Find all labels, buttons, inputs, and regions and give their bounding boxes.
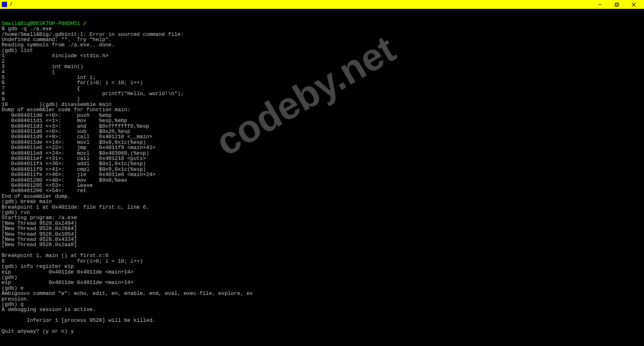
- terminal-line: Reading symbols from ./a.exe...done.: [2, 42, 642, 48]
- terminal-line: 0x004011e6 <+22>: jmp 0x4011f9 <main+41>: [2, 145, 642, 150]
- terminal-line: 0x004011de <+14>: movl $0x0,0x1c(%esp): [2, 140, 642, 145]
- terminal-line: Quit anyway? (y or n) y: [2, 329, 642, 334]
- terminal-line: Starting program: /a.exe: [2, 215, 642, 220]
- terminal-line: [New Thread 9528.0x2494]: [2, 221, 642, 226]
- terminal-line: 0x004011d9 <+9>: call 0x401210 <__main>: [2, 134, 642, 139]
- terminal-line: (gdb) break main: [2, 199, 642, 204]
- terminal-line: A debugging session is active.: [2, 307, 642, 312]
- terminal-line: 0x004011f4 <+36>: addl $0x1,0x1c(%esp): [2, 161, 642, 166]
- terminal-line: 0x004011ef <+31>: call 0x401218 <puts>: [2, 156, 642, 161]
- terminal-line: (gdb) q: [2, 302, 642, 307]
- terminal-line: Ambiguous command "e": echo, edit, en, e…: [2, 291, 642, 296]
- terminal-line: [New Thread 9528.0x2aa8]: [2, 242, 642, 247]
- terminal-line: 6 for(i=0; i < 10; i++): [2, 80, 642, 85]
- terminal-line: 0x00401205 <+53>: leave: [2, 183, 642, 188]
- terminal-line: /home/Small&Big/.gdbinit:1: Error in sou…: [2, 32, 642, 37]
- terminal-line: Breakpoint 1, main () at first.c:6: [2, 253, 642, 258]
- terminal-line: 0x00401200 <+48>: mov $0x0,%eax: [2, 178, 642, 183]
- terminal-line: 0x004011fe <+46>: jle 0x4011e8 <main+24>: [2, 172, 642, 177]
- window-titlebar: /: [0, 0, 644, 9]
- minimize-button[interactable]: [595, 0, 605, 9]
- terminal-line: Breakpoint 1 at 0x4011de: file first.c, …: [2, 205, 642, 210]
- terminal-line: 0x004011f9 <+41>: cmpl $0x9,0x1c(%esp): [2, 167, 642, 172]
- terminal-line: 0x004011d0 <+0>: push %ebp: [2, 113, 642, 118]
- terminal-line: 5 int i;: [2, 75, 642, 80]
- terminal-line: $ gdb -q ./a.exe: [2, 26, 642, 31]
- terminal-line: eip 0x4011de 0x4011de <main+14>: [2, 280, 642, 285]
- terminal-line: 2: [2, 59, 642, 64]
- terminal-line: 4 {: [2, 69, 642, 75]
- svg-rect-1: [615, 4, 618, 6]
- terminal-line: 0x004011d1 <+1>: mov %esp,%ebp: [2, 118, 642, 123]
- shell-prompt: Small&Big@DESKTOP-P8GDH51 /: [2, 21, 642, 26]
- terminal-line: Dump of assembler code for function main…: [2, 107, 642, 112]
- terminal-line: Inferior 1 [process 9528] will be killed…: [2, 318, 642, 323]
- terminal-line: 0x004011d6 <+6>: sub $0x20,%esp: [2, 129, 642, 134]
- terminal-line: [2, 313, 642, 318]
- terminal-line: 6 for(i=0; i < 10; i++): [2, 259, 642, 264]
- window-title: /: [10, 2, 595, 7]
- terminal-line: (gdb) e: [2, 286, 642, 291]
- terminal-line: End of assembler dump.: [2, 194, 642, 199]
- svg-rect-2: [616, 3, 619, 6]
- terminal[interactable]: codeby.net Small&Big@DESKTOP-P8GDH51 /$ …: [0, 9, 644, 346]
- terminal-line: 0x00401206 <+54>: ret: [2, 188, 642, 193]
- prompt-cwd: /: [83, 21, 87, 27]
- terminal-line: pression.: [2, 296, 642, 302]
- window-controls: [595, 0, 638, 9]
- close-button[interactable]: [629, 0, 638, 9]
- terminal-line: [2, 323, 642, 329]
- terminal-line: 0x004011d3 <+3>: and $0xfffffff0,%esp: [2, 124, 642, 129]
- terminal-line: 7 {: [2, 86, 642, 91]
- terminal-line: 0x004011e8 <+24>: movl $0x403060,(%esp): [2, 151, 642, 156]
- terminal-line: [New Thread 9528.0x1054]: [2, 232, 642, 237]
- terminal-line: 9 }: [2, 97, 642, 102]
- terminal-line: [New Thread 9528.0x2684]: [2, 226, 642, 231]
- terminal-line: Undefined command: "". Try "help".: [2, 37, 642, 42]
- terminal-line: (gdb) run: [2, 210, 642, 215]
- terminal-line: [New Thread 9528.0x4334]: [2, 237, 642, 242]
- terminal-line: 1 #include <stdio.h>: [2, 53, 642, 58]
- terminal-line: 3 int main(): [2, 64, 642, 69]
- terminal-line: (gdb) list: [2, 48, 642, 53]
- terminal-line: 8 printf("Hello, world!\n");: [2, 91, 642, 96]
- terminal-line: 10 }(gdb) disassemble main: [2, 102, 642, 107]
- maximize-button[interactable]: [612, 0, 621, 9]
- terminal-icon: [2, 2, 7, 7]
- terminal-line: (gdb): [2, 275, 642, 280]
- terminal-line: (gdb) info register eip: [2, 264, 642, 269]
- terminal-line: eip 0x4011de 0x4011de <main+14>: [2, 269, 642, 275]
- terminal-line: [2, 248, 642, 253]
